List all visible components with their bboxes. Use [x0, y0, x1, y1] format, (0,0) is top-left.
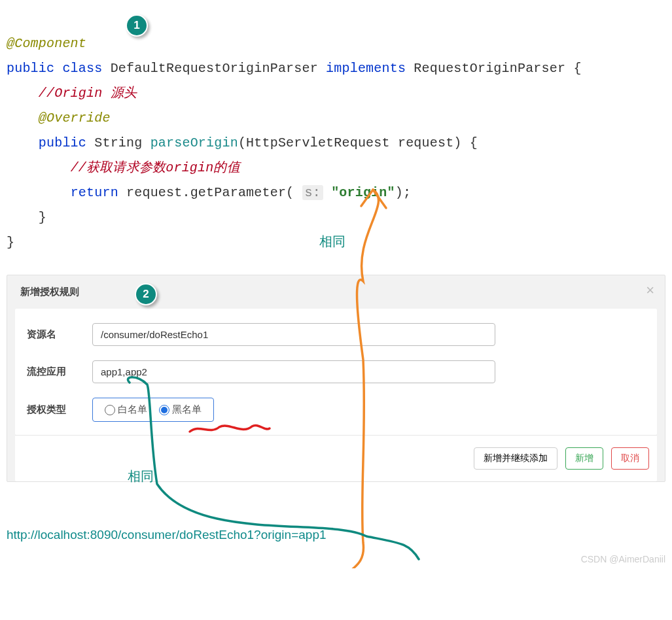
resource-input[interactable]	[92, 323, 495, 346]
badge-2: 2	[135, 283, 157, 305]
radio-whitelist[interactable]: 白名单	[105, 404, 147, 416]
auth-rule-dialog: 2 新增授权规则 × 资源名 流控应用 授权类型 白名单 黑名单	[7, 275, 665, 482]
comment-origin: //Origin 源头	[39, 86, 137, 101]
param-hint: s:	[302, 185, 323, 200]
label-app: 流控应用	[27, 366, 92, 378]
cancel-button[interactable]: 取消	[611, 447, 649, 470]
method-name: parseOrigin	[150, 135, 238, 150]
watermark: CSDN @AimerDaniil	[581, 554, 665, 564]
url-text: http://localhost:8090/consumer/doRestEch…	[7, 528, 665, 542]
label-resource: 资源名	[27, 328, 92, 341]
radio-black-label: 黑名单	[172, 404, 202, 416]
app-input[interactable]	[92, 360, 495, 383]
add-continue-button[interactable]: 新增并继续添加	[474, 447, 557, 470]
comment-get: //获取请求参数origin的值	[71, 160, 240, 175]
code-block: @Component public class DefaultRequestOr…	[7, 7, 665, 255]
radio-blacklist[interactable]: 黑名单	[159, 404, 202, 416]
kw-public: public	[7, 61, 54, 76]
class-name: DefaultRequestOriginParser	[111, 61, 318, 76]
label-type: 授权类型	[27, 404, 92, 416]
radio-icon	[105, 405, 115, 415]
annotation-override: @Override	[39, 111, 111, 126]
kw-class: class	[62, 61, 102, 76]
auth-type-group: 白名单 黑名单	[92, 398, 214, 422]
annotation-same-2: 相同	[128, 468, 154, 485]
badge-1: 1	[126, 14, 148, 37]
annotation-same-1: 相同	[319, 233, 345, 250]
close-icon[interactable]: ×	[646, 282, 654, 299]
annotation-component: @Component	[7, 36, 86, 51]
radio-white-label: 白名单	[118, 404, 147, 416]
dialog-title: 新增授权规则	[7, 275, 665, 309]
radio-icon	[159, 405, 169, 415]
iface-name: RequestOriginParser	[414, 61, 565, 76]
string-origin: "origin"	[331, 185, 395, 200]
add-button[interactable]: 新增	[565, 447, 603, 470]
kw-implements: implements	[326, 61, 406, 76]
kw-return: return	[71, 185, 118, 200]
